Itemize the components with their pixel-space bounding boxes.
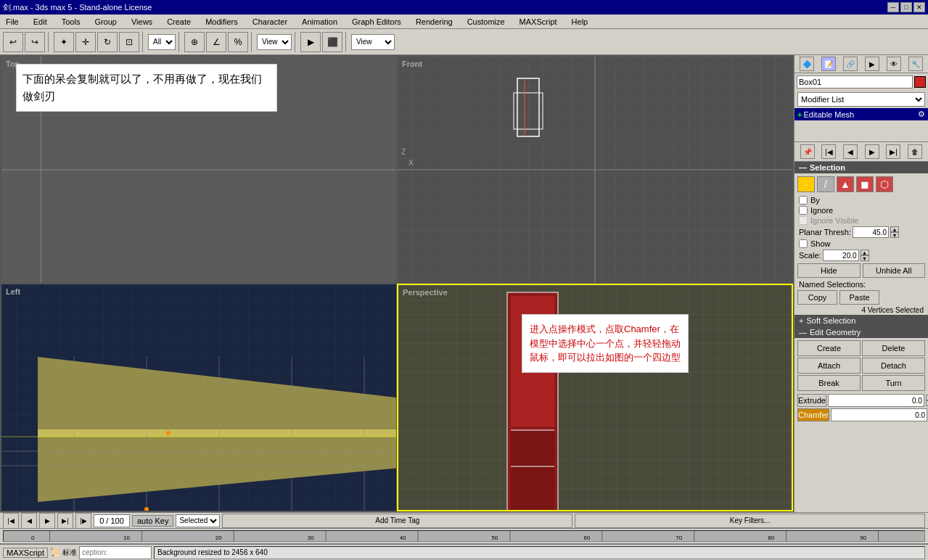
modify-tab-btn[interactable]: 📝 bbox=[821, 57, 836, 71]
object-color-swatch[interactable] bbox=[914, 76, 926, 88]
menu-graph-editors[interactable]: Graph Editors bbox=[349, 17, 404, 27]
percent-snap-btn[interactable]: % bbox=[228, 32, 248, 52]
quick-render-btn[interactable]: ⬛ bbox=[322, 32, 342, 52]
scale-btn[interactable]: ⊡ bbox=[119, 32, 139, 52]
soft-selection-header[interactable]: + Soft Selection bbox=[794, 315, 928, 326]
break-geo-btn[interactable]: Break bbox=[797, 375, 861, 391]
hide-btn[interactable]: Hide bbox=[797, 263, 861, 278]
chamfer-btn[interactable]: Chamfer bbox=[797, 408, 829, 421]
create-tab-btn[interactable]: 🔷 bbox=[800, 57, 814, 71]
play-btn[interactable]: ▶ bbox=[39, 513, 55, 529]
key-filters-btn[interactable]: Key Filters... bbox=[575, 514, 925, 528]
ignore-visible-checkbox[interactable] bbox=[799, 216, 808, 225]
window-controls[interactable]: ─ □ ✕ bbox=[887, 2, 925, 12]
poly-select-icon[interactable]: ◼ bbox=[856, 176, 874, 192]
soft-selection-label: Soft Selection bbox=[806, 316, 855, 325]
next-frame-btn[interactable]: ▶| bbox=[57, 513, 73, 529]
menu-file[interactable]: File bbox=[3, 17, 22, 27]
menu-group[interactable]: Group bbox=[91, 17, 120, 27]
create-geo-btn[interactable]: Create bbox=[797, 340, 861, 356]
ignore-checkbox[interactable] bbox=[799, 206, 808, 215]
utilities-tab-btn[interactable]: 🔧 bbox=[908, 57, 923, 71]
turn-geo-btn[interactable]: Turn bbox=[862, 375, 925, 391]
maximize-btn[interactable]: □ bbox=[900, 2, 912, 12]
view-select[interactable]: View bbox=[351, 34, 395, 50]
menu-customize[interactable]: Customize bbox=[464, 17, 508, 27]
menu-maxscript[interactable]: MAXScript bbox=[517, 17, 560, 27]
planar-thresh-spinner[interactable]: ▲ ▼ bbox=[890, 226, 899, 238]
rotate-btn[interactable]: ↻ bbox=[97, 32, 118, 52]
planar-up-btn[interactable]: ▲ bbox=[890, 226, 899, 232]
unhide-all-btn[interactable]: Unhide All bbox=[863, 263, 926, 278]
autokey-btn[interactable]: auto Key bbox=[132, 515, 173, 527]
viewport-left[interactable]: Left bbox=[1, 284, 397, 511]
attach-geo-btn[interactable]: Attach bbox=[797, 358, 861, 374]
prev-frame-btn[interactable]: ◀ bbox=[21, 513, 37, 529]
move-btn[interactable]: ✛ bbox=[75, 32, 96, 52]
snap-btn[interactable]: ⊕ bbox=[184, 32, 205, 52]
hierarchy-tab-btn[interactable]: 🔗 bbox=[843, 57, 858, 71]
editable-mesh-item[interactable]: + Editable Mesh ⚙ bbox=[794, 108, 928, 120]
show-checkbox[interactable] bbox=[799, 239, 808, 248]
viewport-perspective[interactable]: Z X Perspective 进入点操作模式，点取Chamfer，在模型中选择… bbox=[397, 284, 793, 511]
extrude-btn[interactable]: Extrude bbox=[797, 394, 826, 407]
menu-help[interactable]: Help bbox=[569, 17, 591, 27]
menu-views[interactable]: Views bbox=[128, 17, 155, 27]
vertex-select-icon[interactable]: · bbox=[797, 176, 815, 192]
script-input[interactable] bbox=[79, 546, 152, 559]
menu-edit[interactable]: Edit bbox=[30, 17, 50, 27]
object-name-input[interactable] bbox=[797, 75, 913, 88]
menu-character[interactable]: Character bbox=[250, 17, 290, 27]
face-select-icon[interactable]: ▲ bbox=[837, 176, 854, 192]
display-tab-btn[interactable]: 👁 bbox=[887, 57, 901, 71]
redo-btn[interactable]: ↪ bbox=[25, 32, 45, 52]
planar-down-btn[interactable]: ▼ bbox=[890, 232, 899, 238]
menu-modifiers[interactable]: Modifiers bbox=[202, 17, 241, 27]
selected-dropdown[interactable]: Selected bbox=[176, 514, 220, 527]
filter-dropdown[interactable]: All bbox=[148, 34, 176, 50]
viewport-front[interactable]: Z X Front bbox=[397, 56, 793, 284]
status-message: Background resized to 2456 x 640 bbox=[154, 546, 925, 559]
scale-input[interactable] bbox=[823, 250, 859, 261]
pin-btn[interactable]: 📌 bbox=[800, 144, 815, 159]
planar-thresh-input[interactable] bbox=[853, 226, 889, 238]
scale-up-btn[interactable]: ▲ bbox=[861, 250, 869, 255]
extrude-input[interactable] bbox=[828, 394, 924, 407]
menu-animation[interactable]: Animation bbox=[299, 17, 340, 27]
angle-snap-btn[interactable]: ∠ bbox=[206, 32, 226, 52]
view-dropdown[interactable]: View bbox=[257, 34, 292, 50]
frame-input[interactable] bbox=[94, 514, 130, 527]
copy-named-btn[interactable]: Copy bbox=[797, 290, 837, 305]
menu-tools[interactable]: Tools bbox=[59, 17, 83, 27]
scale-down-btn[interactable]: ▼ bbox=[861, 255, 869, 261]
detach-geo-btn[interactable]: Detach bbox=[862, 358, 925, 374]
render-btn[interactable]: ▶ bbox=[300, 32, 321, 52]
modifier-nav-2[interactable]: ◀ bbox=[843, 144, 858, 159]
go-start-btn[interactable]: |◀ bbox=[3, 513, 19, 529]
edit-geometry-header[interactable]: — Edit Geometry bbox=[794, 326, 928, 338]
timeline[interactable]: 0 10 20 30 40 50 60 70 80 90 bbox=[0, 528, 928, 544]
select-btn[interactable]: ✦ bbox=[54, 32, 74, 52]
by-checkbox[interactable] bbox=[799, 196, 808, 205]
go-end-btn[interactable]: |▶ bbox=[75, 513, 91, 529]
modifier-nav-4[interactable]: ▶| bbox=[886, 144, 900, 159]
minimize-btn[interactable]: ─ bbox=[887, 2, 899, 12]
menu-create[interactable]: Create bbox=[164, 17, 194, 27]
timeline-slider[interactable]: 0 10 20 30 40 50 60 70 80 90 bbox=[3, 530, 925, 542]
modifier-nav-1[interactable]: |◀ bbox=[821, 144, 836, 159]
scale-spinner[interactable]: ▲ ▼ bbox=[861, 250, 869, 261]
modifier-nav-3[interactable]: ▶ bbox=[865, 144, 879, 159]
close-btn[interactable]: ✕ bbox=[913, 2, 925, 12]
edge-select-icon[interactable]: / bbox=[817, 176, 834, 192]
add-time-tag-btn[interactable]: Add Time Tag bbox=[222, 514, 572, 528]
delete-geo-btn[interactable]: Delete bbox=[862, 340, 925, 356]
modifier-delete[interactable]: 🗑 bbox=[908, 144, 922, 159]
menu-rendering[interactable]: Rendering bbox=[413, 17, 456, 27]
chamfer-input[interactable] bbox=[831, 408, 927, 421]
modifier-list-dropdown[interactable]: Modifier List bbox=[797, 92, 925, 107]
paste-named-btn[interactable]: Paste bbox=[839, 290, 879, 305]
element-select-icon[interactable]: ⬡ bbox=[876, 176, 893, 192]
viewport-top[interactable]: Top 下面的呆会复制就可以了，不用再做了，现在我们做剑刃 bbox=[1, 56, 397, 284]
undo-btn[interactable]: ↩ bbox=[3, 32, 23, 52]
motion-tab-btn[interactable]: ▶ bbox=[865, 57, 879, 71]
